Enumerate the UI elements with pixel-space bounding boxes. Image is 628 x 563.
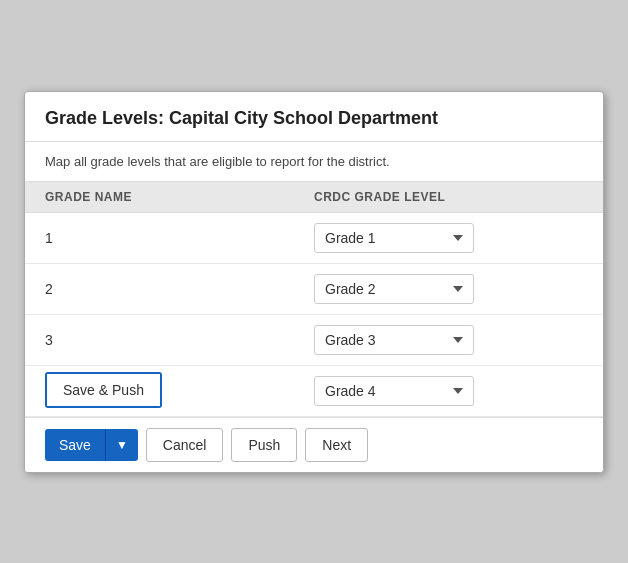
push-button[interactable]: Push xyxy=(231,428,297,462)
crdc-grade-select[interactable]: Grade PKGrade KGGrade 1Grade 2Grade 3Gra… xyxy=(314,376,474,406)
crdc-grade-cell: Grade PKGrade KGGrade 1Grade 2Grade 3Gra… xyxy=(314,223,583,253)
col-grade-name-header: GRADE NAME xyxy=(45,190,314,204)
grade-name-cell: 2 xyxy=(45,281,314,297)
crdc-grade-select[interactable]: Grade PKGrade KGGrade 1Grade 2Grade 3Gra… xyxy=(314,274,474,304)
next-button[interactable]: Next xyxy=(305,428,368,462)
grade-name-cell: 1 xyxy=(45,230,314,246)
save-push-button[interactable]: Save & Push xyxy=(47,374,160,406)
crdc-grade-cell: Grade PKGrade KGGrade 1Grade 2Grade 3Gra… xyxy=(314,376,583,406)
grade-name-cell: 3 xyxy=(45,332,314,348)
modal-container: Grade Levels: Capital City School Depart… xyxy=(24,91,604,473)
modal-header: Grade Levels: Capital City School Depart… xyxy=(25,92,603,142)
crdc-grade-cell: Grade PKGrade KGGrade 1Grade 2Grade 3Gra… xyxy=(314,325,583,355)
table-row: 2Grade PKGrade KGGrade 1Grade 2Grade 3Gr… xyxy=(25,264,603,315)
crdc-grade-select[interactable]: Grade PKGrade KGGrade 1Grade 2Grade 3Gra… xyxy=(314,223,474,253)
crdc-grade-cell: Grade PKGrade KGGrade 1Grade 2Grade 3Gra… xyxy=(314,274,583,304)
save-dropdown-popup: Save & Push xyxy=(45,372,162,408)
save-button[interactable]: Save xyxy=(45,429,105,461)
modal-footer: Save & Push Save ▼ Cancel Push Next xyxy=(25,417,603,472)
save-dropdown-arrow-button[interactable]: ▼ xyxy=(105,429,138,461)
table-row: 1Grade PKGrade KGGrade 1Grade 2Grade 3Gr… xyxy=(25,213,603,264)
modal-title: Grade Levels: Capital City School Depart… xyxy=(45,108,438,128)
table-row: 3Grade PKGrade KGGrade 1Grade 2Grade 3Gr… xyxy=(25,315,603,366)
save-button-group: Save ▼ xyxy=(45,429,138,461)
footer-buttons: Save ▼ Cancel Push Next xyxy=(45,428,583,462)
modal-subtitle: Map all grade levels that are eligible t… xyxy=(25,142,603,182)
crdc-grade-select[interactable]: Grade PKGrade KGGrade 1Grade 2Grade 3Gra… xyxy=(314,325,474,355)
cancel-button[interactable]: Cancel xyxy=(146,428,224,462)
col-crdc-grade-header: CRDC GRADE LEVEL xyxy=(314,190,583,204)
table-header: GRADE NAME CRDC GRADE LEVEL xyxy=(25,182,603,213)
